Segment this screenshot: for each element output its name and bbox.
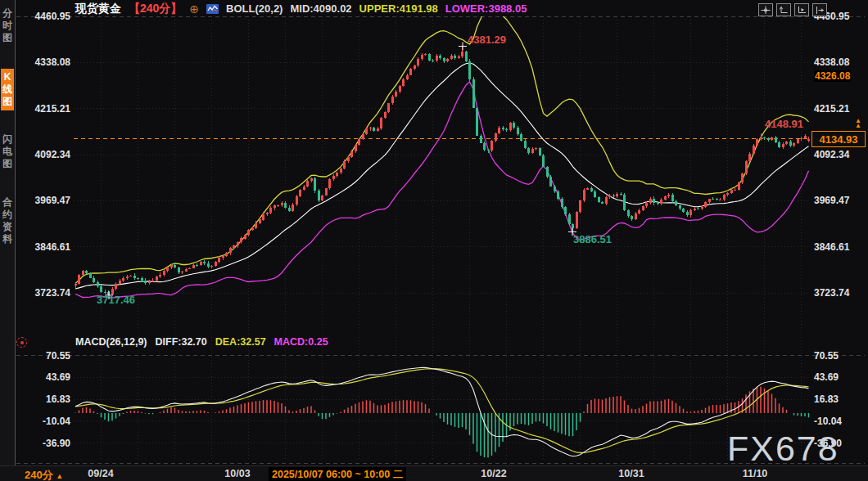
kline-icon [206,4,219,14]
macd-macd-value: MACD:0.25 [274,336,328,348]
price-annotation: 3717.46 [97,294,135,306]
macd-tick-label: -10.04 [15,416,70,427]
date-tick-label: 10/22 [481,468,506,479]
boll-lower-value: LOWER:3988.05 [445,2,527,15]
x-axis-zoom-button[interactable] [794,3,809,16]
boll-upper-value: UPPER:4191.98 [359,2,438,15]
sidebar-tab-timeline[interactable]: 分时图 [1,5,14,47]
macd-tick-label: 70.55 [814,350,839,362]
current-price-badge: 4134.93 [811,131,866,147]
add-indicator-icon[interactable]: ⊕ [189,2,199,16]
shift-right-button[interactable] [812,3,827,16]
crosshair-icon [761,6,771,15]
price-tick-label: 4215.21 [15,103,70,115]
date-tick-label: 10/31 [618,468,644,479]
macd-tick-label: 16.83 [814,393,839,405]
date-tick-label: 10/03 [224,468,250,479]
sidebar-tab-kline[interactable]: K线图 [1,69,14,110]
price-tick-label: 4215.21 [814,103,849,115]
price-tick-label: 3846.61 [814,241,849,253]
price-annotation: 3886.51 [573,233,612,245]
price-tick-label: 4338.08 [814,56,849,68]
macd-tick-label: 43.69 [814,371,839,383]
y-axis-zoom-button[interactable] [776,3,791,16]
price-tick-label: 4460.95 [15,11,70,22]
date-tick-label: 09/24 [88,468,113,479]
price-tick-label: 3846.61 [15,241,70,253]
price-tick-label: 3723.74 [814,287,849,299]
macd-label: MACD(26,12,9) [75,336,147,348]
macd-dea-value: DEA:32.57 [215,336,266,348]
period-tag: 【240分】 [129,2,182,16]
watermark: FX678 [727,429,839,469]
sidebar-tab-lightning[interactable]: 闪电图 [1,131,14,173]
price-tick-label: 4092.34 [15,149,70,160]
macd-diff-value: DIFF:32.70 [156,336,207,348]
macd-tick-label: 16.83 [15,393,70,405]
crosshair-tool-button[interactable] [758,3,773,16]
macd-tick-label: -36.90 [15,438,70,449]
price-tick-label: 3969.47 [814,195,849,206]
price-up-arrows-icon: ▲ ▲ [853,119,863,128]
macd-tick-label: 70.55 [15,350,70,362]
indicator-dot-icon[interactable] [16,337,27,348]
candlestick-chart[interactable] [0,0,868,481]
selected-bar-date: 2025/10/07 06:00 ~ 10:00 二 [269,467,406,481]
date-tick-label: 11/10 [743,468,768,479]
price-level-label: 4326.08 [814,70,851,82]
price-tick-label: 3969.47 [15,195,70,206]
symbol-title: 现货黄金 [75,2,121,16]
macd-tick-label: 43.69 [15,371,70,383]
macd-header: MACD(26,12,9) DIFF:32.70 DEA:32.57 MACD:… [75,336,328,348]
shift-right-icon [815,6,825,15]
boll-mid-value: MID:4090.02 [290,2,351,15]
price-annotation: 4148.91 [765,118,803,130]
price-tick-label: 3723.74 [15,287,70,299]
sidebar-tab-contract[interactable]: 合约资料 [1,194,14,248]
period-selector[interactable]: 240分 ▲ [25,468,63,481]
price-annotation: 4381.29 [468,34,506,46]
chart-header: 现货黄金 【240分】 ⊕ BOLL(20,2) MID:4090.02 UPP… [75,2,527,16]
axis-zoom-icon [779,6,789,15]
price-tick-label: 4338.08 [15,56,70,68]
trading-app-window: 现货黄金 【240分】 ⊕ BOLL(20,2) MID:4090.02 UPP… [0,0,868,481]
chart-toolbar [758,3,827,16]
macd-tick-label: -10.04 [814,416,842,427]
price-tick-label: 4092.34 [814,149,849,160]
axis-play-icon [797,6,807,15]
boll-label: BOLL(20,2) [226,2,283,15]
period-arrow-icon: ▲ [56,472,63,480]
sidebar: 分时图 K线图 闪电图 合约资料 [0,0,16,465]
